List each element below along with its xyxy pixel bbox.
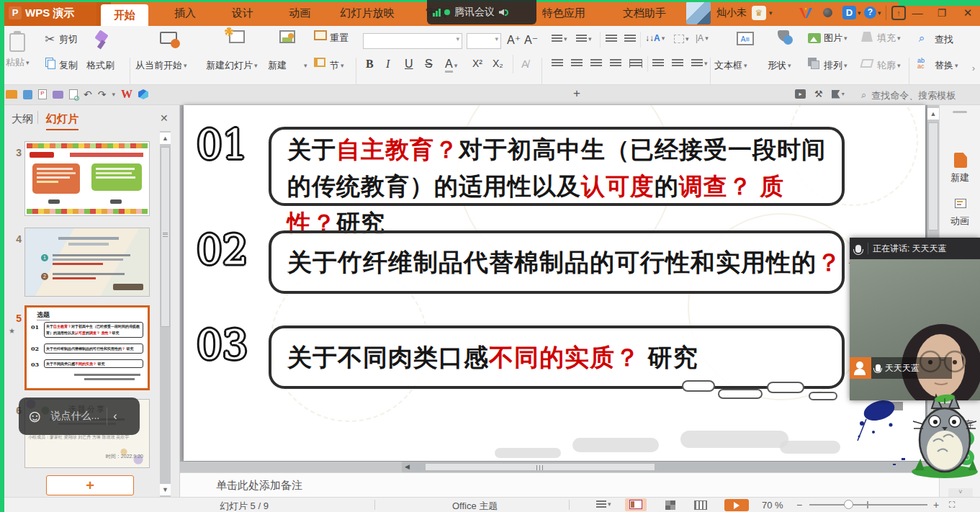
cut-button[interactable]: 剪切	[59, 33, 78, 46]
vscroll-up-arrow[interactable]: ▲	[927, 108, 939, 120]
reset-button[interactable]: 重置	[330, 32, 349, 45]
menu-tab-doc-assistant[interactable]: 文档助手	[613, 0, 675, 26]
paragraph-menu-button[interactable]: ▾	[691, 59, 708, 68]
night-mode-icon[interactable]: ⚒	[814, 89, 823, 99]
new-doc-button[interactable]: 新建▾	[268, 59, 307, 72]
justify-button[interactable]	[610, 59, 621, 68]
help-caret[interactable]: ▾	[878, 9, 881, 17]
clear-format-button[interactable]: A̸	[521, 58, 529, 70]
docer-caret[interactable]: ▾	[858, 9, 861, 17]
notes-placeholder[interactable]: 单击此处添加备注	[216, 479, 302, 493]
zoom-slider-handle[interactable]	[844, 500, 853, 509]
sidebar-scroll-handle[interactable]	[161, 147, 170, 327]
sidebar-scroll-down[interactable]: ▼	[160, 484, 171, 495]
new-tab-button[interactable]: +	[573, 86, 580, 101]
slide-thumbnail-4[interactable]: 1 2	[24, 228, 150, 297]
font-name-combo[interactable]	[363, 33, 462, 49]
outline-button[interactable]: 轮廓▾	[877, 59, 901, 72]
emoji-icon[interactable]: ☺	[26, 408, 44, 425]
slide-thumbnail-5[interactable]: 选题 01 关于自主教育？对于初高中生（已经接受一段时间的传统教育）的适用性以及…	[24, 305, 150, 390]
print-preview-icon[interactable]	[69, 89, 78, 99]
copy-button[interactable]: 复制	[59, 59, 78, 72]
member-badge-caret[interactable]: ▾	[769, 9, 773, 17]
fit-to-window-button[interactable]: ⛶	[949, 500, 955, 510]
picture-button[interactable]: 图片▾	[824, 32, 848, 45]
replace-button[interactable]: 替换▾	[935, 59, 958, 72]
member-list-button[interactable]	[850, 357, 871, 379]
zoom-out-button[interactable]: −	[796, 499, 802, 511]
superscript-button[interactable]: X²	[472, 58, 482, 69]
menu-tab-insert[interactable]: 插入	[163, 0, 207, 26]
member-badge-icon[interactable]: ♛	[752, 6, 766, 20]
slide-item3-box[interactable]: 关于不同肉类口感不同的实质？ 研究	[269, 325, 845, 389]
hscroll-left-arrow[interactable]: ◀	[405, 463, 410, 470]
slide-item2-box[interactable]: 关于竹纤维制品代替棉制品的可行性和实用性的？ 研究	[269, 230, 845, 294]
panel-drag-handle[interactable]	[953, 111, 967, 113]
user-avatar[interactable]	[686, 1, 711, 24]
notes-panel[interactable]: 单击此处添加备注	[180, 472, 939, 497]
align-right-button[interactable]	[590, 59, 602, 68]
distribute-button[interactable]	[629, 59, 642, 68]
italic-button[interactable]: I	[386, 58, 390, 71]
help-icon[interactable]: ?	[864, 6, 876, 19]
meeting-floating-bar[interactable]: 腾讯会议	[427, 0, 536, 24]
char-spacing-button[interactable]: |A▾	[696, 33, 709, 43]
text-border-button[interactable]: ▾	[674, 35, 689, 43]
sidebar-scroll-up[interactable]: ▲	[160, 133, 171, 144]
font-color-button[interactable]: A▾	[445, 58, 457, 73]
sidebar-scrollbar[interactable]: ▲ ▼	[160, 131, 171, 497]
wps-app-button[interactable]: P WPS 演示	[4, 0, 96, 26]
slide-thumbnail-3[interactable]	[24, 141, 150, 216]
align-center-button[interactable]	[571, 59, 583, 68]
panel-new-button[interactable]: 新建	[950, 171, 969, 184]
slideshow-play-button[interactable]	[724, 499, 749, 511]
theme-name[interactable]: Office 主题	[452, 500, 498, 512]
horizontal-scrollbar[interactable]: ◀	[402, 462, 927, 472]
menu-tab-home[interactable]: 开始	[101, 4, 148, 26]
hscroll-handle[interactable]	[425, 463, 655, 471]
slide-item1-box[interactable]: 关于自主教育？对于初高中生（已经接受一段时间的传统教育）的适用性以及认可度的调查…	[269, 127, 845, 206]
font-size-combo[interactable]	[467, 33, 501, 49]
slide-item3-number[interactable]: 03	[197, 321, 248, 368]
wps-w-icon[interactable]: W	[121, 88, 132, 101]
format-painter-button[interactable]: 格式刷	[86, 59, 114, 72]
slide-sorter-button[interactable]	[665, 500, 675, 512]
from-current-button[interactable]: 从当前开始▾	[135, 59, 187, 72]
underline-button[interactable]: U	[405, 58, 413, 71]
line-spacing-up-button[interactable]	[652, 59, 664, 68]
new-file-icon[interactable]	[954, 153, 967, 168]
save-icon[interactable]	[23, 90, 32, 99]
panel-close-icon[interactable]: ✕	[160, 112, 168, 124]
redo-icon[interactable]: ↷	[98, 89, 107, 100]
print-icon[interactable]	[53, 91, 63, 99]
bullets-button[interactable]: ▾	[552, 35, 567, 43]
menu-tab-slideshow[interactable]: 幻灯片放映	[330, 0, 405, 26]
collapse-chat-icon[interactable]: ‹	[113, 410, 117, 423]
command-search[interactable]: ⌕	[861, 87, 976, 103]
paste-button[interactable]: 粘贴▾	[6, 56, 30, 69]
ribbon-expand-chevron[interactable]: ›	[972, 63, 975, 73]
textbox-button[interactable]: 文本框▾	[714, 59, 747, 72]
subscript-button[interactable]: X₂	[493, 58, 503, 69]
slide-editing-area[interactable]: 01 关于自主教育？对于初高中生（已经接受一段时间的传统教育）的适用性以及认可度…	[184, 105, 925, 461]
bold-button[interactable]: B	[366, 58, 374, 71]
flag-icon[interactable]: ▾	[832, 90, 845, 99]
command-search-input[interactable]	[870, 89, 971, 102]
panel-animation-button[interactable]: 动画	[950, 215, 969, 228]
docer-app-icon[interactable]: D	[842, 6, 856, 19]
cube-icon[interactable]	[138, 89, 148, 99]
animation-pane-icon[interactable]	[955, 199, 966, 208]
presentation-mode-icon[interactable]: ▸	[795, 89, 806, 99]
strikethrough-button[interactable]: S	[425, 58, 433, 71]
find-button[interactable]: 查找	[935, 33, 953, 46]
menu-tab-special-apps[interactable]: 特色应用	[536, 0, 592, 26]
normal-view-button[interactable]	[625, 498, 647, 511]
open-folder-icon[interactable]	[6, 90, 17, 99]
meeting-video-overlay[interactable]: 正在讲话: 天天天蓝 天天天蓝	[850, 238, 980, 400]
slide-item1-number[interactable]: 01	[197, 121, 248, 168]
minimize-button[interactable]: —	[909, 4, 926, 22]
zoom-slider-track[interactable]	[809, 504, 927, 506]
fill-button[interactable]: 填充▾	[877, 32, 901, 45]
export-pdf-icon[interactable]: P	[38, 89, 47, 99]
decrease-indent-button[interactable]	[606, 35, 617, 43]
